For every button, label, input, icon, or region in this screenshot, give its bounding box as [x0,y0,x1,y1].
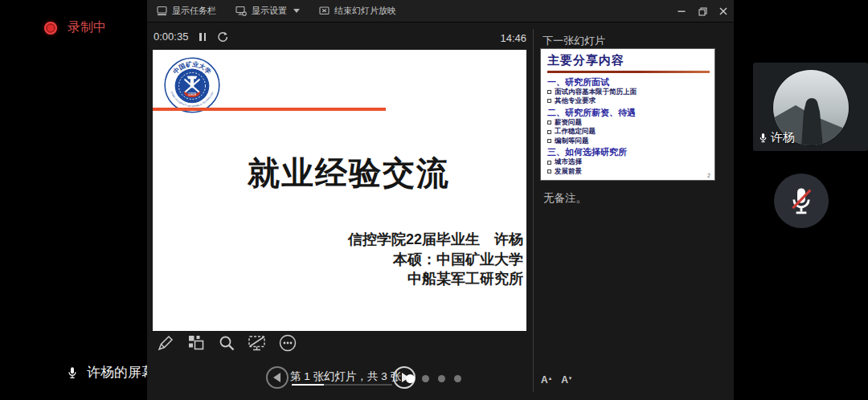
pen-tool-button[interactable] [155,333,176,353]
thumbnail-title-rule [547,71,710,73]
slide-credits: 信控学院22届毕业生 许杨本硕：中国矿业大学中船某军工研究所 [348,230,523,289]
microphone-mute-button[interactable] [774,173,829,228]
timer-elapsed: 0:00:35 [154,31,188,43]
bullet-square-icon [547,161,551,165]
close-icon [719,7,727,15]
outline-bullet-item: 编制等问题 [547,137,710,146]
speaker-notes: 无备注。 [543,191,587,206]
next-slide-panel-label: 下一张幻灯片 [542,34,605,48]
end-slideshow-icon [319,6,330,16]
recording-indicator[interactable]: 录制中 [44,19,106,36]
outline-bullet-item: 其他专业要求 [547,96,710,106]
pause-icon [199,33,202,41]
close-button[interactable] [716,4,731,18]
slide-credit-line: 本硕：中国矿业大学 [348,250,523,270]
minimize-icon [678,7,686,15]
outline-bullet-item: 发展前景 [547,167,710,177]
zoom-icon [217,333,236,353]
next-slide-thumbnail[interactable]: 主要分享内容 一、研究所面试面试内容基本限于简历上面其他专业要求二、研究所薪资、… [540,48,715,181]
next-slide-title: 主要分享内容 [547,53,710,68]
outline-text: 发展前景 [555,167,582,177]
slide-title: 就业经验交流 [207,151,490,195]
end-slideshow-label: 结束幻灯片放映 [334,5,396,17]
next-slide-outline: 一、研究所面试面试内容基本限于简历上面其他专业要求二、研究所薪资、待遇薪资问题工… [547,76,710,177]
presenter-window: 显示任务栏 显示设置 结束幻灯片放映 [147,0,734,400]
outline-text: 编制等问题 [555,137,589,146]
outline-text: 面试内容基本限于简历上面 [555,88,637,97]
slide-dots [422,375,461,382]
thumbnail-page-number: 2 [707,173,710,178]
slide-indicator-dot[interactable] [454,375,461,382]
clock: 14:46 [491,32,526,44]
presenter-toolbar: 显示任务栏 显示设置 结束幻灯片放映 [147,0,734,22]
slide-credit-line: 信控学院22届毕业生 许杨 [348,230,523,250]
bullet-square-icon [547,120,551,124]
outline-heading: 三、如何选择研究所 [547,146,710,157]
outline-text: 三、如何选择研究所 [547,147,627,157]
bullet-square-icon [547,130,551,134]
slide-indicator-dot[interactable] [422,375,429,382]
black-screen-button[interactable] [247,333,268,353]
black-screen-icon [247,333,268,353]
university-logo: 1909 中国矿业大学 CHINA UNIVERSITY OF MINING &… [164,57,220,113]
display-settings-button[interactable]: 显示设置 [235,5,300,17]
restart-timer-button[interactable] [217,31,228,43]
bullet-square-icon [547,169,551,173]
outline-text: 一、研究所面试 [547,77,609,87]
show-taskbar-button[interactable]: 显示任务栏 [157,5,216,17]
outline-bullet-item: 面试内容基本限于简历上面 [547,88,710,97]
outline-text: 城市选择 [555,157,582,167]
recording-label: 录制中 [68,19,106,36]
bullet-square-icon [547,139,551,143]
slide-credit-line: 中船某军工研究所 [348,269,523,289]
participant-label: 许杨 [758,130,795,145]
bullet-square-icon [547,99,551,103]
show-taskbar-label: 显示任务栏 [172,5,216,17]
previous-slide-button[interactable] [266,366,289,389]
see-all-slides-button[interactable] [186,333,207,353]
slide-progress-bar [292,384,392,386]
outline-text: 工作稳定问题 [555,127,596,137]
prev-slide-icon [273,373,280,382]
slide-indicator-dot[interactable] [438,375,445,382]
mic-icon [758,130,768,145]
pen-icon [156,333,175,353]
window-controls [674,0,731,22]
current-slide[interactable]: 1909 中国矿业大学 CHINA UNIVERSITY OF MINING &… [153,50,526,331]
slide-progress-done [292,384,324,386]
display-settings-icon [235,6,247,16]
slide-counter: 第 1 张幻灯片，共 3 张 [290,369,396,384]
slide-accent-line [153,108,386,111]
taskbar-icon [157,6,167,16]
dropdown-arrow-icon [293,9,300,13]
outline-bullet-item: 薪资问题 [547,118,710,128]
mic-icon [66,364,79,382]
restore-button[interactable] [695,4,710,18]
minimize-button[interactable] [674,4,689,18]
font-increase-button[interactable]: A▴ [541,374,551,386]
font-decrease-button[interactable]: A▾ [561,374,571,386]
timer-row: 0:00:35 [154,31,228,43]
outline-bullet-item: 城市选择 [547,157,710,167]
more-options-button[interactable] [277,333,298,353]
restore-icon [698,7,707,16]
panel-divider [533,29,534,392]
annotation-toolbar [155,333,298,353]
outline-heading: 一、研究所面试 [547,76,710,88]
notes-font-buttons: A▴ A▾ [541,374,571,386]
display-settings-label: 显示设置 [252,5,287,17]
font-increase-icon: A [541,374,548,386]
recording-dot-icon [44,22,57,35]
more-options-icon [278,333,297,353]
pause-timer-button[interactable] [199,33,206,41]
outline-text: 其他专业要求 [555,96,596,106]
all-slides-icon [186,333,206,353]
bullet-square-icon [547,90,551,94]
outline-heading: 二、研究所薪资、待遇 [547,107,710,118]
zoom-slide-button[interactable] [216,333,237,353]
participant-video-tile[interactable]: 许杨 [753,63,868,151]
outline-text: 薪资问题 [555,118,582,128]
end-slideshow-button[interactable]: 结束幻灯片放映 [319,5,396,17]
outline-text: 二、研究所薪资、待遇 [547,108,636,117]
muted-mic-icon [788,186,815,216]
